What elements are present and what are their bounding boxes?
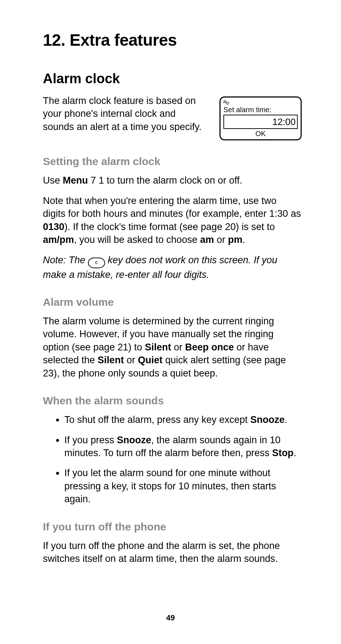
section-title-alarm-clock: Alarm clock [43, 71, 302, 86]
setting-alarm-p2: Note that when you're entering the alarm… [43, 194, 302, 246]
text-bold: pm [228, 234, 243, 245]
phone-screen-label: Set alarm time: [223, 106, 298, 113]
text-fragment: or [214, 234, 228, 245]
intro-paragraph: The alarm clock feature is based on your… [43, 94, 209, 133]
signal-icon [223, 100, 229, 105]
text-fragment: Note: The [43, 255, 88, 265]
c-key-icon: c [88, 258, 105, 268]
text-fragment: , you will be asked to choose [74, 234, 200, 245]
list-item: If you press Snooze, the alarm sounds ag… [64, 434, 302, 460]
chapter-title: 12. Extra features [43, 30, 302, 50]
alarm-sounds-list: To shut off the alarm, press any key exc… [43, 413, 302, 506]
text-fragment: Use [43, 175, 63, 186]
text-fragment: If you press [64, 435, 117, 445]
subheading-turn-off-phone: If you turn off the phone [43, 521, 302, 533]
text-fragment: . [242, 234, 245, 245]
text-bold: Quiet [138, 355, 163, 365]
text-bold: am/pm [43, 234, 74, 245]
phone-screen-illustration: Set alarm time: 12:00 OK [219, 96, 302, 140]
text-bold: 0130 [43, 221, 64, 232]
text-bold: Silent [145, 342, 171, 353]
list-item: To shut off the alarm, press any key exc… [64, 413, 302, 426]
page-number: 49 [0, 613, 341, 623]
subheading-setting-alarm: Setting the alarm clock [43, 155, 302, 168]
text-bold: Stop [272, 448, 293, 458]
text-bold: Silent [98, 355, 124, 365]
text-fragment: or [171, 342, 185, 353]
text-fragment: 7 1 to turn the alarm clock on or off. [88, 175, 242, 186]
setting-alarm-p1: Use Menu 7 1 to turn the alarm clock on … [43, 174, 302, 187]
subheading-when-alarm-sounds: When the alarm sounds [43, 395, 302, 407]
text-fragment: To shut off the alarm, press any key exc… [64, 414, 250, 425]
text-bold: Snooze [250, 414, 285, 425]
text-bold: Beep once [185, 342, 234, 353]
text-bold: Snooze [117, 435, 151, 445]
list-item: If you let the alarm sound for one minut… [64, 466, 302, 505]
phone-screen-softkey-ok: OK [223, 130, 298, 138]
phone-screen-time-value: 12:00 [272, 116, 296, 128]
menu-bold: Menu [63, 175, 88, 186]
phone-screen-time-field: 12:00 [223, 115, 298, 129]
text-fragment: Note that when you're entering the alarm… [43, 195, 301, 219]
text-bold: am [200, 234, 214, 245]
text-fragment: ). If the clock's time format (see page … [64, 221, 275, 232]
turn-off-phone-paragraph: If you turn off the phone and the alarm … [43, 539, 302, 565]
text-fragment: . [293, 448, 296, 458]
subheading-alarm-volume: Alarm volume [43, 296, 302, 308]
text-fragment: . [285, 414, 287, 425]
text-fragment: or [124, 355, 138, 365]
alarm-volume-paragraph: The alarm volume is determined by the cu… [43, 315, 302, 380]
setting-alarm-note: Note: The c key does not work on this sc… [43, 254, 302, 281]
